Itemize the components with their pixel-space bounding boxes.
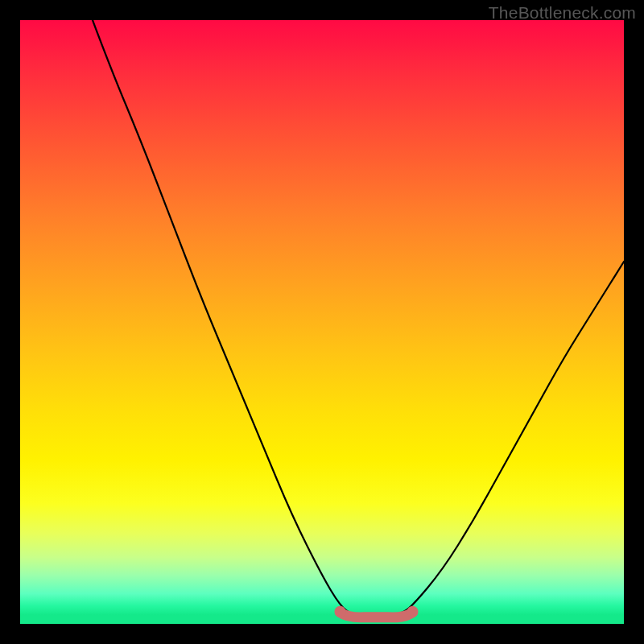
curve-line	[93, 20, 624, 617]
plot-area	[20, 20, 624, 624]
flat-bottom-endpoint-right	[407, 606, 419, 617]
flat-bottom-highlight	[341, 613, 413, 617]
bottleneck-curve	[20, 20, 624, 624]
flat-bottom-endpoint-left	[335, 606, 346, 617]
chart-stage: TheBottleneck.com	[0, 0, 644, 644]
watermark-text: TheBottleneck.com	[489, 3, 636, 23]
